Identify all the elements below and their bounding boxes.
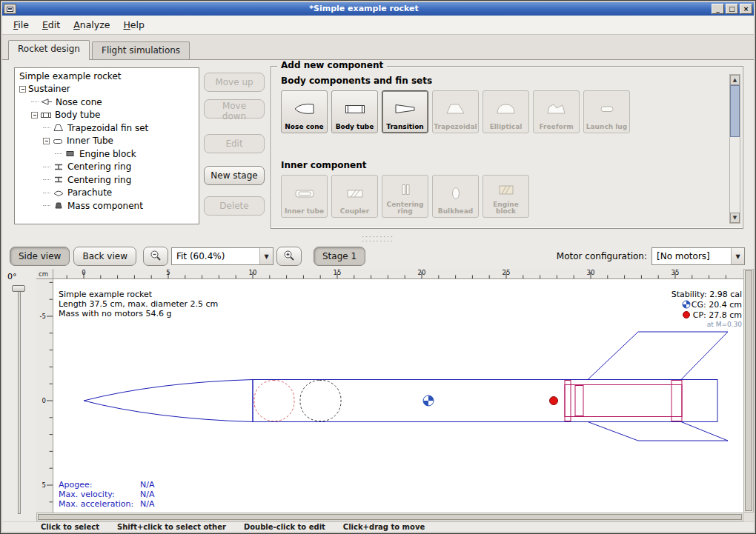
diagram-svg[interactable]: cm 0 5 10 15 20 25 30 35 -5 0	[36, 269, 743, 513]
component-button-freeform-fin[interactable]: Freeform	[533, 90, 580, 133]
svg-text:N/A: N/A	[140, 490, 155, 499]
component-button-trapezoidal-fin[interactable]: Trapezoidal	[432, 90, 479, 133]
add-component-panel: Add new component Body components and fi…	[271, 66, 743, 229]
tree-item-parachute[interactable]: Parachute	[16, 187, 199, 200]
window-menu-button[interactable]	[4, 4, 16, 14]
svg-text:-5: -5	[40, 313, 46, 320]
tree-item-body-tube[interactable]: Body tube	[16, 109, 199, 122]
tree-item-engine-block[interactable]: Engine block	[16, 147, 199, 161]
main-tabs: Rocket design Flight simulations	[2, 35, 754, 60]
move-down-button[interactable]: Move down	[204, 99, 265, 119]
menu-edit[interactable]: Edit	[36, 17, 67, 33]
hint-shift-click: Shift+click to select other	[117, 523, 226, 531]
zoom-select[interactable]: Fit (60.4%) ▼	[171, 247, 273, 265]
inner-component-group-label: Inner component	[281, 160, 366, 170]
zoom-out-button[interactable]	[143, 247, 168, 266]
centering-ring-icon	[53, 176, 64, 184]
component-button-engine-block[interactable]: Engine block	[483, 175, 529, 218]
scrollbar-thumb[interactable]	[745, 270, 752, 511]
stage-1-toggle[interactable]: Stage 1	[314, 247, 365, 266]
move-up-button[interactable]: Move up	[204, 73, 265, 92]
component-button-coupler[interactable]: Coupler	[331, 175, 378, 218]
scrollbar-thumb[interactable]	[38, 514, 742, 520]
fin-set-icon	[53, 124, 64, 132]
svg-text:CG: 20.4 cm: CG: 20.4 cm	[692, 300, 742, 310]
rotation-value: 0°	[7, 272, 17, 281]
maximize-button[interactable]: □	[726, 4, 738, 14]
statusbar: Click to select Shift+click to select ot…	[2, 521, 754, 532]
body-tube-icon	[344, 93, 366, 124]
tree-item-inner-tube[interactable]: Inner Tube	[16, 135, 199, 148]
component-button-elliptical-fin[interactable]: Elliptical	[483, 90, 529, 133]
nose-cone-icon	[41, 98, 53, 106]
parachute-icon	[53, 189, 64, 197]
tab-rocket-design[interactable]: Rocket design	[8, 40, 90, 60]
menu-file[interactable]: File	[7, 17, 36, 33]
svg-text:10: 10	[249, 269, 257, 276]
palette-scrollbar[interactable]: ▲ ▼	[729, 74, 740, 224]
tree-item-simple-example-rocket[interactable]: Simple example rocket	[16, 70, 199, 83]
motor-configuration-select[interactable]: [No motors] ▼	[651, 247, 745, 265]
hint-click-select: Click to select	[41, 523, 99, 531]
cp-marker	[550, 397, 558, 405]
rocket-canvas[interactable]: cm 0 5 10 15 20 25 30 35 -5 0	[36, 269, 743, 513]
menu-help[interactable]: Help	[116, 17, 151, 33]
back-view-button[interactable]: Back view	[73, 247, 136, 266]
hint-double-click: Double-click to edit	[244, 523, 325, 531]
svg-text:Max. acceleration:: Max. acceleration:	[59, 499, 133, 509]
inner-tube-icon	[294, 178, 316, 208]
splitter-handle[interactable]: ··················	[2, 235, 754, 244]
component-button-body-tube[interactable]: Body tube	[331, 90, 378, 133]
delete-button[interactable]: Delete	[204, 196, 265, 216]
component-button-inner-tube[interactable]: Inner tube	[281, 175, 328, 218]
collapse-icon[interactable]	[19, 86, 26, 93]
component-button-launch-lug[interactable]: Launch lug	[583, 90, 630, 133]
inner-tube-icon	[52, 137, 64, 145]
horizontal-scrollbar[interactable]	[36, 513, 743, 521]
motor-configuration-label: Motor configuration:	[557, 251, 647, 261]
nose-cone-icon	[294, 93, 316, 124]
svg-text:N/A: N/A	[140, 480, 155, 490]
new-stage-button[interactable]: New stage	[204, 166, 265, 185]
hint-click-drag: Click+drag to move	[343, 523, 425, 531]
chevron-down-icon[interactable]: ▼	[259, 248, 273, 264]
body-components-row: Nose cone Body tube Transition Trapezoid…	[281, 90, 630, 133]
svg-text:Mass with no motors 54.6 g: Mass with no motors 54.6 g	[59, 309, 171, 318]
vertical-scrollbar[interactable]	[743, 269, 754, 513]
tree-item-centering-ring-1[interactable]: Centering ring	[16, 161, 199, 174]
svg-text:35: 35	[672, 269, 680, 276]
tree-item-nose-cone[interactable]: Nose cone	[16, 96, 199, 109]
close-button[interactable]: ×	[740, 4, 752, 14]
tree-item-trapezoidal-fin-set[interactable]: Trapezoidal fin set	[16, 121, 199, 135]
centering-ring-icon	[394, 178, 417, 201]
side-view-button[interactable]: Side view	[10, 247, 70, 266]
zoom-in-button[interactable]	[276, 247, 302, 266]
svg-text:Simple example rocket: Simple example rocket	[59, 290, 153, 299]
minimize-button[interactable]: _	[712, 4, 724, 14]
component-button-bulkhead[interactable]: Bulkhead	[432, 175, 479, 218]
chevron-down-icon[interactable]: ▼	[731, 248, 744, 264]
tree-item-sustainer[interactable]: Sustainer	[16, 83, 199, 96]
tree-item-centering-ring-2[interactable]: Centering ring	[16, 173, 199, 187]
mass-component-icon	[53, 201, 64, 210]
menu-analyze[interactable]: Analyze	[67, 17, 116, 33]
edit-button[interactable]: Edit	[204, 134, 265, 153]
tab-flight-simulations[interactable]: Flight simulations	[92, 41, 190, 59]
window-title: *Simple example rocket	[16, 2, 712, 16]
engine-block-icon	[64, 150, 76, 158]
component-button-centering-ring[interactable]: Centering ring	[382, 175, 428, 218]
collapse-icon[interactable]	[43, 138, 50, 144]
elliptical-fin-icon	[495, 93, 517, 124]
svg-text:30: 30	[587, 269, 595, 276]
tree-item-mass-component[interactable]: Mass component	[16, 199, 199, 213]
scrollbar-thumb[interactable]	[730, 85, 740, 137]
component-button-transition[interactable]: Transition	[382, 90, 428, 133]
app-window: *Simple example rocket _ □ × File Edit A…	[0, 0, 756, 534]
component-button-nose-cone[interactable]: Nose cone	[281, 90, 328, 133]
rotation-slider[interactable]	[18, 288, 21, 514]
collapse-icon[interactable]	[31, 112, 38, 119]
body-tube-icon	[40, 111, 52, 119]
rotation-slider-thumb[interactable]	[12, 285, 25, 292]
scroll-down-icon[interactable]: ▼	[730, 213, 740, 223]
scroll-up-icon[interactable]: ▲	[730, 75, 740, 85]
